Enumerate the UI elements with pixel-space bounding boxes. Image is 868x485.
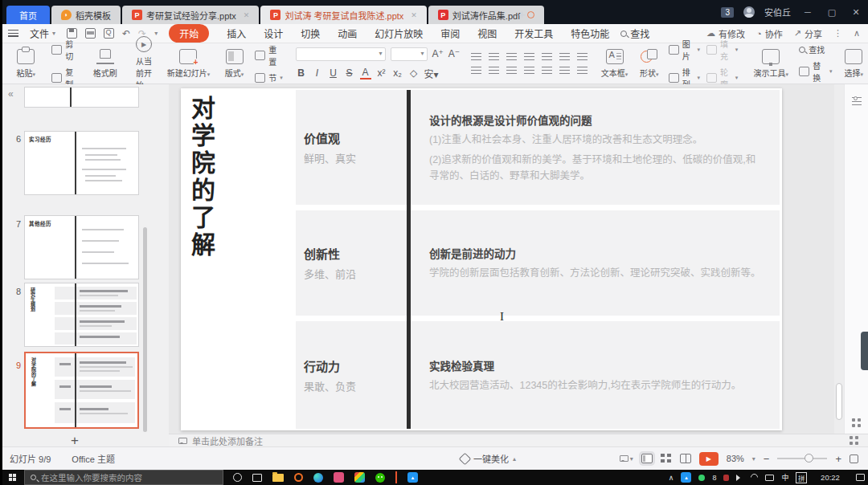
slide-thumbnail-partial[interactable] — [24, 87, 139, 108]
tab-insert[interactable]: 插入 — [227, 26, 246, 40]
strikethrough-button[interactable]: S — [344, 67, 355, 79]
shapes-button[interactable]: 形状▾ — [637, 49, 662, 79]
system-clock[interactable]: 20:22 — [814, 474, 846, 482]
increase-font-icon[interactable]: A⁺ — [432, 48, 444, 59]
tray-app-icon[interactable]: 8 — [712, 474, 716, 482]
zoom-level[interactable]: 83% — [727, 454, 744, 463]
bullets-icon[interactable] — [471, 53, 481, 61]
align-top-icon[interactable] — [559, 67, 570, 75]
object-properties-icon[interactable] — [852, 97, 862, 106]
username[interactable]: 安伯丘 — [764, 6, 791, 18]
selection-pane-icon[interactable] — [852, 418, 861, 427]
tab-developer[interactable]: 开发工具 — [514, 26, 553, 40]
reading-view-button[interactable] — [680, 454, 691, 463]
paste-button[interactable]: 粘贴▾ — [6, 49, 45, 79]
tab-document-2-active[interactable]: 刘试涛 考研复试自我陈述.pptx ✕ — [260, 6, 426, 24]
tab-view[interactable]: 视图 — [477, 26, 497, 40]
line-spacing-icon[interactable] — [542, 53, 552, 61]
zoom-in-button[interactable]: + — [835, 453, 841, 465]
columns-icon[interactable] — [559, 53, 570, 61]
bold-button[interactable]: B — [296, 67, 307, 79]
font-family-select[interactable] — [296, 47, 386, 61]
justify-icon[interactable] — [524, 67, 534, 75]
tab-home-ribbon[interactable]: 开始 — [169, 24, 209, 43]
minimize-button[interactable]: ─ — [800, 7, 815, 17]
taskbar-search[interactable] — [24, 470, 223, 485]
tab-home[interactable]: 首页 — [6, 6, 50, 24]
new-tab-button[interactable]: + — [518, 7, 526, 21]
action-center-icon[interactable] — [856, 474, 865, 481]
font-size-select[interactable] — [391, 47, 428, 61]
hidden-icons-chevron[interactable]: ∧ — [669, 474, 674, 482]
present-tools-button[interactable]: 演示工具▾ — [749, 49, 792, 79]
tab-close-icon[interactable]: ✕ — [244, 11, 250, 19]
decrease-font-icon[interactable]: A⁻ — [448, 48, 460, 59]
collapse-ribbon-icon[interactable]: ∧ — [854, 28, 860, 39]
cortana-icon[interactable] — [233, 473, 242, 482]
slide-sorter-view-button[interactable] — [661, 454, 672, 463]
message-count-badge[interactable]: 3 — [721, 7, 734, 18]
tab-animation[interactable]: 动画 — [338, 26, 357, 40]
slide-thumbnail-6[interactable]: 实习经历 — [24, 131, 139, 195]
format-painter-button[interactable]: 格式刷 — [86, 49, 125, 79]
search-input[interactable] — [41, 473, 202, 483]
maximize-button[interactable]: ▢ — [825, 7, 839, 18]
italic-button[interactable]: I — [312, 67, 323, 79]
zoom-slider[interactable] — [777, 458, 827, 459]
slide-vertical-title[interactable]: 对学院的了解 — [189, 96, 213, 259]
underline-button[interactable]: U — [328, 67, 339, 79]
floating-toolbar-handle[interactable] — [861, 332, 868, 370]
app-icon-pink[interactable] — [334, 472, 344, 483]
superscript-icon[interactable]: x² — [376, 67, 387, 79]
play-from-current-button[interactable]: ▶ 从当前开始▾ — [136, 36, 152, 91]
slide-thumbnail-7[interactable]: 其他经历 — [24, 215, 139, 279]
new-slide-button[interactable]: 新建幻灯片▾ — [163, 49, 214, 79]
collapse-panel-icon[interactable]: « — [8, 88, 14, 100]
hamburger-icon[interactable] — [8, 30, 18, 37]
ime-pinyin-icon[interactable]: 拼 — [796, 472, 807, 483]
close-button[interactable]: ✕ — [849, 7, 863, 18]
app-icon-colorful[interactable] — [354, 472, 365, 483]
font-color-button[interactable]: A — [360, 67, 371, 79]
slide-row-innovation[interactable]: 创新性 多维、前沿 创新是前进的动力 学院的创新层面包括教育创新、方法论创新、理… — [296, 210, 780, 316]
align-bottom-icon[interactable] — [577, 67, 588, 75]
tray-red-icon[interactable] — [723, 475, 729, 481]
align-right-icon[interactable] — [506, 67, 517, 75]
tab-design[interactable]: 设计 — [264, 26, 283, 40]
slide-thumbnail-9-selected[interactable]: 对学院的了解 — [24, 352, 139, 429]
user-avatar[interactable] — [743, 6, 755, 18]
grid-icon[interactable] — [850, 436, 858, 445]
app-icon-blue[interactable]: ▲ — [407, 472, 418, 483]
replace-button[interactable]: 替换▾ — [799, 59, 832, 84]
textbox-button[interactable]: 文本框▾ — [599, 49, 630, 79]
layout-button[interactable]: 版式▾ — [220, 49, 248, 79]
align-left-icon[interactable] — [471, 67, 481, 75]
start-button[interactable] — [0, 474, 24, 481]
fit-to-window-icon[interactable] — [850, 454, 858, 463]
zoom-slider-knob[interactable] — [805, 454, 813, 463]
notes-bar[interactable]: 单击此处添加备注 — [169, 434, 868, 446]
canvas-scrollbar[interactable] — [834, 84, 844, 434]
edge-browser-icon[interactable] — [313, 473, 323, 483]
wechat-icon[interactable] — [375, 473, 385, 483]
find-button[interactable]: 查找 — [799, 43, 832, 55]
network-icon[interactable] — [750, 472, 760, 483]
text-tool-button[interactable]: 安▾ — [424, 67, 439, 80]
tab-transitions[interactable]: 切换 — [301, 26, 320, 40]
tab-review[interactable]: 审阅 — [440, 26, 460, 40]
share-button[interactable]: ↗ 分享 — [794, 27, 822, 40]
beautify-button[interactable]: 一键美化 ▴ — [461, 452, 516, 465]
distribute-icon[interactable] — [542, 67, 552, 75]
tray-wechat-icon[interactable] — [698, 475, 705, 481]
section-button[interactable]: 节▾ — [255, 71, 284, 84]
browser-icon[interactable] — [294, 473, 303, 482]
align-center-icon[interactable] — [489, 67, 499, 75]
touch-keyboard-icon[interactable] — [765, 475, 774, 481]
normal-view-button[interactable] — [641, 454, 653, 463]
slide-thumbnail-8[interactable]: 研究生规划 — [24, 283, 139, 347]
slide-editor[interactable]: 对学院的了解 价值观 鲜明、真实 设计的根源是设计师价值观的问题 (1)注重人和… — [181, 88, 782, 430]
indent-decrease-icon[interactable] — [506, 53, 517, 61]
reset-button[interactable]: 重置 — [255, 43, 284, 67]
clear-format-icon[interactable]: ◇ — [408, 67, 420, 79]
picture-button[interactable]: 图片▾ — [669, 38, 700, 62]
